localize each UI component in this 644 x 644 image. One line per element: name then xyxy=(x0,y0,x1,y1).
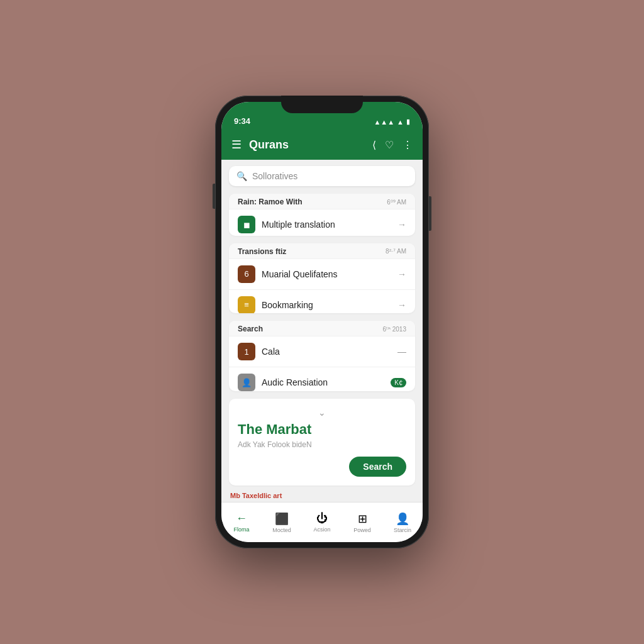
qr-icon: ⊞ xyxy=(358,512,367,526)
search-input[interactable]: Solloratives xyxy=(252,171,297,181)
more-icon[interactable]: ⋮ xyxy=(402,139,413,151)
nav-item-home[interactable]: ← Floma xyxy=(221,512,262,533)
item-icon-2: 6 xyxy=(238,265,255,283)
list-item[interactable]: ◼ Multiple translation → xyxy=(229,209,415,236)
nav-item-profile[interactable]: 👤 Starcin xyxy=(382,512,423,533)
search-button[interactable]: Search xyxy=(349,457,406,477)
bookmarks-icon: ⬛ xyxy=(275,512,289,526)
section-title-1: Rain: Ramoe With xyxy=(238,197,303,206)
power-icon: ⏻ xyxy=(316,512,328,525)
item-icon-5: 👤 xyxy=(238,374,255,391)
item-icon-3: ≡ xyxy=(238,296,255,314)
list-item[interactable]: 1 Cala — xyxy=(229,336,415,367)
card-title: The Marbat xyxy=(238,421,406,438)
nav-label-profile: Starcin xyxy=(394,527,411,533)
item-label-4: Cala xyxy=(262,347,391,357)
status-icons: ▲▲▲ ▲ ▮ xyxy=(374,118,410,126)
section-header-2: Transions ftiz 8²·⁷ AM xyxy=(229,243,415,258)
item-icon-4: 1 xyxy=(238,343,255,360)
arrow-icon-3: → xyxy=(397,300,406,310)
list-item[interactable]: 6 Muarial Quelifatens → xyxy=(229,258,415,289)
content-area: 🔍 Solloratives Rain: Ramoe With 6⁰⁹ AM ◼… xyxy=(221,160,423,502)
section-title-3: Search xyxy=(238,325,263,333)
app-title: Qurans xyxy=(249,138,365,152)
card-subtitle: Adk Yak Folook bideN xyxy=(238,440,406,449)
section-group-3: Search 6ᵗʰ 2013 1 Cala — 👤 Audic Rensiat… xyxy=(229,321,415,391)
share-icon[interactable]: ⟨ xyxy=(372,139,376,151)
phone-frame: 9:34 ▲▲▲ ▲ ▮ ☰ Qurans ⟨ ♡ ⋮ 🔍 Sollorativ… xyxy=(215,96,429,548)
search-bar[interactable]: 🔍 Solloratives xyxy=(229,166,415,186)
arrow-icon-2: → xyxy=(397,269,406,279)
section-header-3: Search 6ᵗʰ 2013 xyxy=(229,321,415,336)
nav-label-bookmarks: Mocted xyxy=(272,527,291,533)
arrow-icon-1: → xyxy=(397,219,406,230)
chevron-down-icon: ⌄ xyxy=(238,408,406,418)
main-card: ⌄ The Marbat Adk Yak Folook bideN Search xyxy=(229,399,415,486)
list-item[interactable]: 👤 Audic Rensiation K₵ xyxy=(229,367,415,391)
item-label-3: Bookmarking xyxy=(262,300,391,310)
battery-icon: ▮ xyxy=(406,118,410,126)
item-badge: K₵ xyxy=(391,378,406,387)
section-group-1: Rain: Ramoe With 6⁰⁹ AM ◼ Multiple trans… xyxy=(229,194,415,236)
nav-label-qr: Powed xyxy=(353,527,371,533)
dash-icon: — xyxy=(397,347,406,357)
nav-item-bookmarks[interactable]: ⬛ Mocted xyxy=(262,512,302,533)
phone-screen: 9:34 ▲▲▲ ▲ ▮ ☰ Qurans ⟨ ♡ ⋮ 🔍 Sollorativ… xyxy=(221,102,423,542)
item-label-1: Multiple translation xyxy=(262,219,391,230)
section-time-1: 6⁰⁹ AM xyxy=(387,199,406,206)
signal-icon: ▲▲▲ xyxy=(374,118,394,126)
search-icon: 🔍 xyxy=(236,171,247,181)
section-group-2: Transions ftiz 8²·⁷ AM 6 Muarial Quelifa… xyxy=(229,243,415,314)
section-header-1: Rain: Ramoe With 6⁰⁹ AM xyxy=(229,194,415,209)
bottom-nav: ← Floma ⬛ Mocted ⏻ Acsion ⊞ Powed 👤 Star… xyxy=(221,502,423,542)
home-icon: ← xyxy=(236,512,247,525)
nav-label-power: Acsion xyxy=(313,526,330,533)
status-time: 9:34 xyxy=(234,116,250,126)
app-header: ☰ Qurans ⟨ ♡ ⋮ xyxy=(221,130,423,160)
nav-item-qr[interactable]: ⊞ Powed xyxy=(342,512,382,533)
bookmark-icon[interactable]: ♡ xyxy=(385,139,394,151)
bottom-partial-text: Mb Taxeldlic art xyxy=(221,489,423,502)
profile-icon: 👤 xyxy=(396,512,409,526)
section-time-2: 8²·⁷ AM xyxy=(386,248,406,255)
section-time-3: 6ᵗʰ 2013 xyxy=(382,326,406,333)
nav-label-home: Floma xyxy=(233,526,249,533)
item-label-2: Muarial Quelifatens xyxy=(262,269,391,279)
section-title-2: Transions ftiz xyxy=(238,247,286,256)
item-label-5: Audic Rensiation xyxy=(262,377,384,387)
phone-notch xyxy=(281,96,363,113)
menu-icon[interactable]: ☰ xyxy=(231,138,242,152)
list-item[interactable]: ≡ Bookmarking → xyxy=(229,289,415,314)
wifi-icon: ▲ xyxy=(397,118,404,126)
card-search-button-container: Search xyxy=(238,457,406,477)
header-actions: ⟨ ♡ ⋮ xyxy=(372,139,413,151)
nav-item-power[interactable]: ⏻ Acsion xyxy=(302,512,342,533)
item-icon-1: ◼ xyxy=(238,216,255,233)
